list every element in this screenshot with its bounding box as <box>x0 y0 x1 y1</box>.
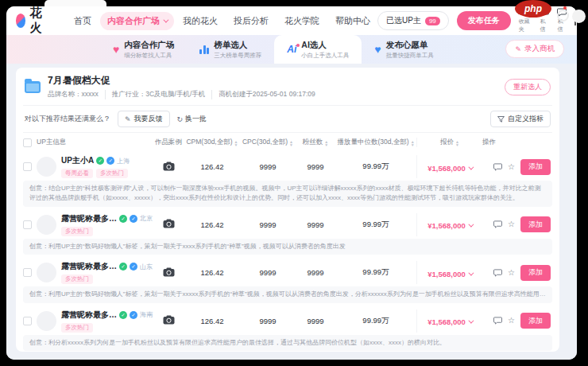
give-feedback-button[interactable]: ✎ 我要反馈 <box>118 111 170 127</box>
comment-button[interactable] <box>493 317 502 325</box>
selected-up-count-badge: 99 <box>425 17 440 25</box>
favorite-star-button[interactable]: ☆ <box>508 317 515 325</box>
nav-item-post-analysis[interactable]: 投后分析 <box>226 12 276 30</box>
up-tag: 每周必看 <box>61 169 93 178</box>
tab-wishlist[interactable]: ♥ 发布心愿单 批量快捷商单工具 <box>362 35 446 64</box>
nav-item-my-huahuo[interactable]: 我的花火 <box>176 12 225 30</box>
col-sample: 作品案例 <box>153 138 184 147</box>
row-checkbox[interactable] <box>23 162 32 171</box>
chevron-down-icon <box>468 270 474 275</box>
add-button[interactable]: 添加 <box>520 313 551 329</box>
idea-text: 创意：利分析xxxxx系列为何是一加手机粉丝以及预算有限但追求高性能用户的最佳选… <box>23 335 552 351</box>
row-checkbox[interactable] <box>23 220 32 229</box>
tab-content-marketplace[interactable]: ♥ 内容合作广场 细分标签找人工具 <box>100 35 187 64</box>
sort-icon <box>455 140 459 146</box>
chat-bubble-icon <box>493 317 502 325</box>
table-row[interactable]: UP主小A ✓ ✓ 上海 每周必看 多次热门 126.42 9999 999 <box>23 152 552 181</box>
publish-task-button[interactable]: 发布任务 <box>457 11 511 30</box>
refresh-icon: ↻ <box>177 115 184 123</box>
campaign-card: 7月暑假档大促 品牌名称：xxxxx 推广行业：3C及电脑/手机/手机 商机创建… <box>16 68 559 352</box>
comment-button[interactable] <box>493 163 502 171</box>
ai-icon: Ai <box>287 44 296 55</box>
refresh-batch-button[interactable]: ↻ 换一批 <box>177 114 207 124</box>
favorite-star-button[interactable]: ☆ <box>508 163 515 171</box>
verified-badge-icon: ✓ <box>130 311 137 319</box>
favorite-star-button[interactable]: ☆ <box>508 220 515 228</box>
col-play-median[interactable]: 播放量中位数(30d,全部) <box>335 138 416 147</box>
cpm-value: 126.42 <box>184 220 240 229</box>
nav-item-label: 内容合作广场 <box>107 15 160 27</box>
nav-item-home[interactable]: 首页 <box>67 12 99 30</box>
col-cpc[interactable]: CPC(30d,全部) <box>240 138 296 147</box>
verified-badge-icon: ✓ <box>106 157 114 165</box>
price-dropdown[interactable]: ¥1,568,000 <box>427 270 472 278</box>
up-location: 山东 <box>140 263 153 271</box>
col-fans[interactable]: 粉丝数 <box>296 138 335 147</box>
avatar[interactable] <box>37 157 56 177</box>
nav-item-academy[interactable]: 花火学院 <box>277 12 327 30</box>
up-name[interactable]: UP主小A <box>61 155 94 166</box>
price-value: ¥1,568,000 <box>427 164 466 173</box>
table-row[interactable]: 露营昵称最多最多十... ✓ ✓ 北京 多次热门 126.42 9999 999… <box>23 210 552 239</box>
add-button[interactable]: 添加 <box>520 265 551 281</box>
price-dropdown[interactable]: ¥1,568,000 <box>427 221 472 230</box>
tab-subtitle: 细分标签找人工具 <box>124 52 174 60</box>
sort-icon <box>411 140 415 146</box>
up-name[interactable]: 露营昵称最多最多十... <box>61 213 117 224</box>
top-navbar: 花火 首页 内容合作广场 我的花火 投后分析 花火学院 帮助中心 已选UP主 9… <box>6 6 577 35</box>
custom-metrics-label: 自定义指标 <box>508 114 544 124</box>
col-action: 操作 <box>482 138 552 147</box>
price-dropdown[interactable]: ¥1,568,000 <box>427 317 472 326</box>
add-button[interactable]: 添加 <box>520 216 551 232</box>
camera-icon[interactable] <box>163 219 175 228</box>
selected-up-button[interactable]: 已选UP主 99 <box>377 11 449 30</box>
row-checkbox[interactable] <box>23 268 32 277</box>
camera-icon[interactable] <box>163 315 175 325</box>
avatar[interactable] <box>37 215 56 235</box>
comment-button[interactable] <box>493 220 502 228</box>
comment-button[interactable] <box>493 269 502 277</box>
custom-metrics-button[interactable]: 自定义指标 <box>490 111 551 127</box>
add-button[interactable]: 添加 <box>520 159 551 175</box>
nav-item-content-marketplace[interactable]: 内容合作广场 <box>100 12 174 30</box>
play-median-value: 99.99万 <box>335 267 416 278</box>
reselect-button[interactable]: 重新选人 <box>505 79 551 95</box>
nav-item-help-center[interactable]: 帮助中心 <box>328 12 377 30</box>
up-tag: 多次热门 <box>61 274 93 284</box>
tab-subtitle: 小白上手选人工具 <box>301 52 349 60</box>
chevron-down-icon <box>163 17 168 22</box>
favorite-star-button[interactable]: ☆ <box>508 269 515 277</box>
camera-icon[interactable] <box>163 267 175 277</box>
created-at: 商机创建于2025-05-01 09:17:09 <box>211 90 321 99</box>
cpc-value: 9999 <box>240 220 296 229</box>
table-row[interactable]: 露营昵称最多最多十... ✓ ✓ 海南 多次热门 126.42 9999 999… <box>23 306 552 335</box>
idea-text: 创意：结合UP主的“科技极客测评师”人设，可以制作一期深度体验xxx手机的视频。… <box>23 181 552 207</box>
up-name[interactable]: 露营昵称最多最多十... <box>61 310 117 321</box>
price-value: ¥1,568,000 <box>427 270 466 278</box>
up-name[interactable]: 露营昵称最多最多十... <box>61 261 117 272</box>
tab-ai-picker[interactable]: Ai AI选人 小白上手选人工具 <box>274 35 362 64</box>
tab-title: 内容合作广场 <box>124 40 174 51</box>
col-price-label: 报价 <box>440 138 454 146</box>
cpc-value: 9999 <box>240 317 296 325</box>
table-row[interactable]: 露营昵称最多最多十... ✓ ✓ 山东 多次热门 126.42 9999 999… <box>23 258 552 286</box>
up-tag: 多次热门 <box>61 323 93 333</box>
col-cpm[interactable]: CPM(30d,全部) <box>184 138 240 147</box>
pencil-icon: ✎ <box>125 115 131 123</box>
avatar[interactable] <box>37 311 56 331</box>
record-opportunity-button[interactable]: ✎ 录入商机 <box>505 40 564 58</box>
cpc-value: 9999 <box>240 162 296 171</box>
select-all-checkbox[interactable] <box>23 138 32 147</box>
row-checkbox[interactable] <box>23 317 32 325</box>
tab-ranking-picker[interactable]: 榜单选人 三大榜单每周推荐 <box>187 35 274 64</box>
brand-name-value: 品牌名称：xxxxx <box>48 90 105 99</box>
brand[interactable]: 花火 <box>16 6 46 36</box>
avatar[interactable] <box>37 263 56 282</box>
level-badge-icon: ✓ <box>119 215 127 223</box>
tab-title: 发布心愿单 <box>386 40 434 51</box>
col-price[interactable]: 报价 <box>417 138 482 147</box>
sort-icon <box>234 140 238 146</box>
price-dropdown[interactable]: ¥1,568,000 <box>427 164 472 173</box>
chat-bubble-icon <box>493 220 502 228</box>
camera-icon[interactable] <box>163 162 175 171</box>
